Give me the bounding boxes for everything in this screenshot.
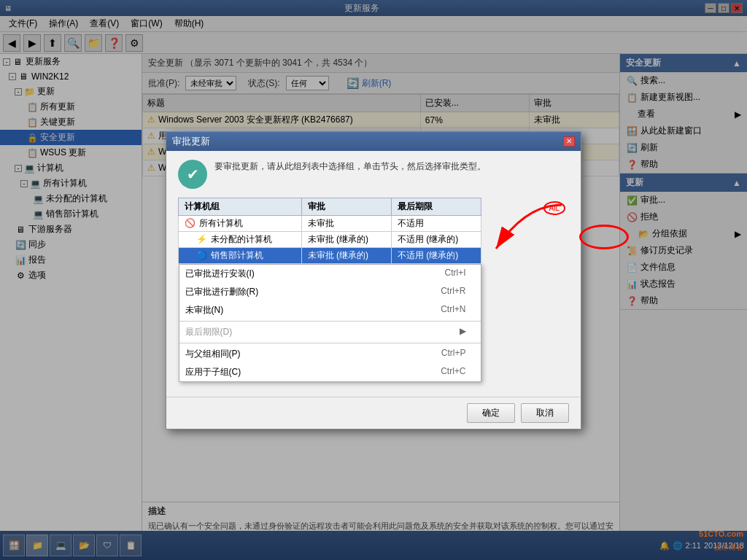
col-deadline: 最后期限: [391, 198, 481, 215]
dialog-info-icon: ✔: [178, 160, 207, 189]
ctx-remove[interactable]: 已审批进行删除(R) Ctrl+R: [179, 283, 481, 301]
ctx-sep-1: [179, 321, 481, 322]
ctx-unapprove[interactable]: 未审批(N) Ctrl+N: [179, 301, 481, 319]
dialog-computer-table: 计算机组 审批 最后期限 🚫 所有计算机 未审批: [178, 198, 481, 382]
sales-row-icon: 🔵: [196, 250, 207, 260]
dialog-table-row[interactable]: ⚡ 未分配的计算机 未审批 (继承的) 不适用 (继承的): [179, 231, 481, 247]
dialog-info-text: 要审批更新，请从此组列表中选择组，单击节头，然后选择审批类型。: [214, 160, 486, 174]
ok-button[interactable]: 确定: [467, 403, 515, 423]
col-computer-group: 计算机组: [179, 198, 302, 215]
row-computer-name: 🚫 所有计算机: [179, 215, 302, 231]
row-deadline: 不适用 (继承的): [391, 231, 481, 247]
arrow-area: AiL: [481, 198, 569, 388]
watermark-line2: 技术博客: [714, 542, 743, 553]
row-computer-name: ⚡ 未分配的计算机: [179, 231, 302, 247]
approve-dialog: 审批更新 ✕ ✔ 要审批更新，请从此组列表中选择组，单击节头，然后选择审批类型。…: [166, 131, 581, 429]
cancel-button[interactable]: 取消: [521, 403, 569, 423]
dialog-title-text: 审批更新: [172, 135, 210, 148]
ctx-apply-to-subgroup[interactable]: 应用于子组(C) Ctrl+C: [179, 363, 481, 381]
ctx-sep-2: [179, 343, 481, 343]
watermark-line1: 51CTO.com: [699, 529, 743, 538]
row-deadline: 不适用: [391, 215, 481, 231]
dialog-content-area: 计算机组 审批 最后期限 🚫 所有计算机 未审批: [178, 198, 569, 388]
dialog-table-area: 计算机组 审批 最后期限 🚫 所有计算机 未审批: [178, 198, 481, 388]
dialog-table-row[interactable]: 🚫 所有计算机 未审批 不适用: [179, 215, 481, 231]
row-computer-name: 🔵 销售部计算机: [179, 247, 302, 263]
unassigned-row-icon: ⚡: [196, 234, 207, 244]
row-approve-val: 未审批 (继承的): [301, 247, 391, 263]
row-approve-val: 未审批 (继承的): [301, 231, 391, 247]
dialog-body: ✔ 要审批更新，请从此组列表中选择组，单击节头，然后选择审批类型。 计算机组 审…: [166, 151, 581, 397]
dialog-table-row-selected[interactable]: 🔵 销售部计算机 未审批 (继承的) 不适用 (继承的): [179, 247, 481, 263]
dialog-info: ✔ 要审批更新，请从此组列表中选择组，单击节头，然后选择审批类型。: [178, 160, 569, 189]
dialog-overlay: 审批更新 ✕ ✔ 要审批更新，请从此组列表中选择组，单击节头，然后选择审批类型。…: [0, 0, 747, 560]
dialog-title-bar: 审批更新 ✕: [166, 132, 581, 151]
deny-icon: 🚫: [185, 218, 196, 228]
ctx-same-as-parent[interactable]: 与父组相同(P) Ctrl+P: [179, 345, 481, 363]
dialog-close-button[interactable]: ✕: [563, 136, 575, 147]
col-approve-dialog: 审批: [301, 198, 391, 215]
ctx-install[interactable]: 已审批进行安装(I) Ctrl+I: [179, 265, 481, 283]
row-approve-val: 未审批: [301, 215, 391, 231]
context-menu: 已审批进行安装(I) Ctrl+I 已审批进行删除(R) Ctrl+R: [179, 264, 481, 382]
dialog-buttons: 确定 取消: [166, 397, 581, 429]
ctx-deadline: 最后期限(D) ▶: [179, 323, 481, 341]
row-deadline: 不适用 (继承的): [391, 247, 481, 263]
context-menu-row: 已审批进行安装(I) Ctrl+I 已审批进行删除(R) Ctrl+R: [179, 263, 481, 382]
highlight-annotation: AiL: [543, 201, 565, 215]
